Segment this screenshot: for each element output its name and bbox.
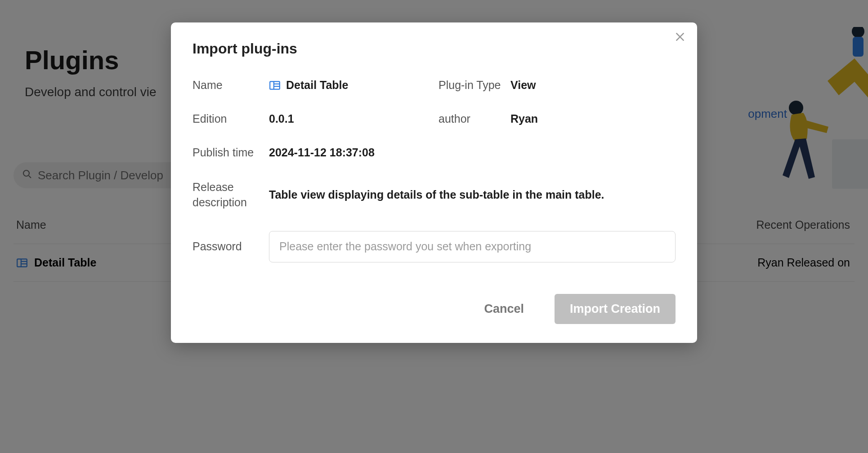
detail-table-icon [269,80,281,91]
modal-form: Name Detail Table Plug-in Type View Edit… [192,79,676,262]
import-plugins-modal: Import plug-ins Name Detail Table Plug-i… [171,22,697,343]
password-input[interactable] [269,231,676,262]
value-author: Ryan [510,112,676,125]
svg-rect-12 [270,81,280,89]
value-name: Detail Table [269,79,434,92]
label-password: Password [192,240,264,253]
modal-title: Import plug-ins [192,40,676,57]
close-icon [674,31,686,44]
modal-actions: Cancel Import Creation [192,294,676,324]
label-author: author [438,112,506,125]
label-plugin-type: Plug-in Type [438,79,506,92]
modal-close-button[interactable] [671,29,689,47]
label-name: Name [192,79,264,92]
value-publish-time: 2024-11-12 18:37:08 [269,146,676,159]
label-release-description: Release description [192,180,264,210]
cancel-button[interactable]: Cancel [480,298,528,320]
label-publish-time: Publish time [192,146,264,159]
import-creation-button[interactable]: Import Creation [555,294,676,324]
value-plugin-type: View [510,79,676,92]
label-edition: Edition [192,112,264,125]
value-name-text: Detail Table [286,79,348,92]
value-release-description: Table view displaying details of the sub… [269,188,676,201]
value-edition: 0.0.1 [269,112,434,125]
